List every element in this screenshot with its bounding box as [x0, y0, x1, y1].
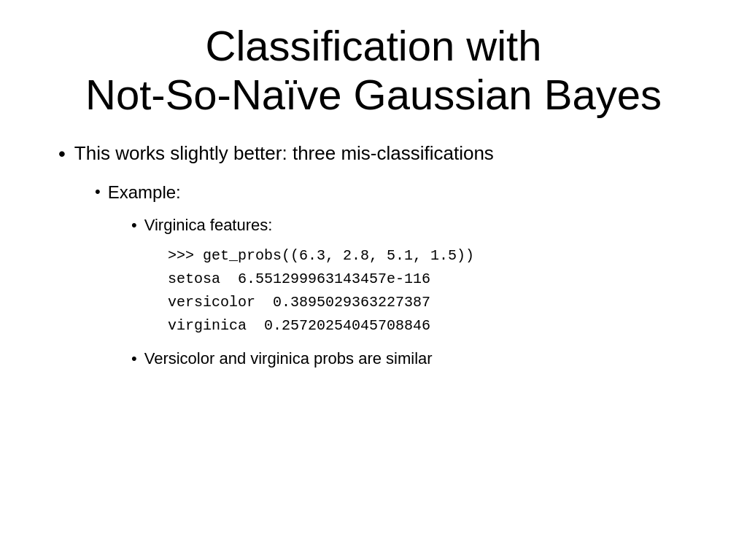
code-block: >>> get_probs((6.3, 2.8, 5.1, 1.5)) seto…: [168, 244, 703, 338]
bullet-l3b: • Versicolor and virginica probs are sim…: [131, 348, 703, 370]
title-line1: Classification with: [206, 22, 542, 69]
bullet-text-l3b: Versicolor and virginica probs are simil…: [144, 348, 433, 370]
bullet-dot-l2a: •: [95, 181, 101, 203]
bullet-dot-l3a: •: [131, 214, 137, 237]
bullet-text-l1: This works slightly better: three mis-cl…: [74, 141, 494, 166]
bullet-l3a: • Virginica features:: [131, 214, 703, 237]
title-section: Classification with Not-So-Naïve Gaussia…: [44, 22, 703, 119]
bullet-text-l3a: Virginica features:: [144, 214, 273, 236]
bullet-l2a: • Example:: [95, 181, 703, 204]
code-line3: versicolor 0.3895029363227387: [168, 294, 430, 311]
title-line2: Not-So-Naïve Gaussian Bayes: [85, 71, 662, 118]
bullet-dot-l1: •: [58, 141, 66, 167]
bullet-dot-l3b: •: [131, 348, 137, 370]
code-line1: >>> get_probs((6.3, 2.8, 5.1, 1.5)): [168, 247, 474, 264]
slide-title: Classification with Not-So-Naïve Gaussia…: [44, 22, 703, 119]
bullet-l1: • This works slightly better: three mis-…: [58, 141, 703, 167]
code-line4: virginica 0.25720254045708846: [168, 317, 430, 334]
bullet-text-l2a: Example:: [108, 181, 181, 204]
content-section: • This works slightly better: three mis-…: [44, 141, 703, 531]
code-line2: setosa 6.551299963143457e-116: [168, 271, 430, 287]
slide: Classification with Not-So-Naïve Gaussia…: [0, 0, 747, 560]
